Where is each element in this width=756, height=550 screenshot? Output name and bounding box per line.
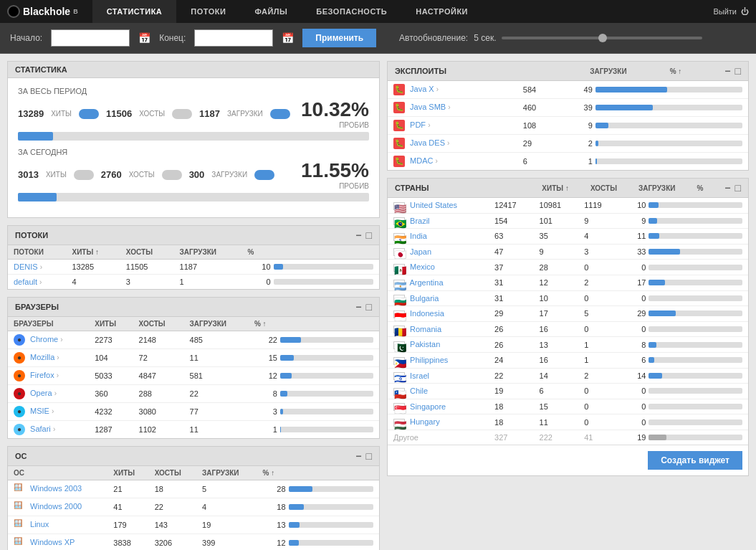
nav-item-security[interactable]: БЕЗОПАСНОСТЬ [302, 0, 401, 23]
country-name[interactable]: 🇧🇬 Bulgaria [388, 290, 489, 306]
exploit-name[interactable]: 🐛 PDF › [388, 117, 517, 135]
browser-row[interactable]: ● Firefox › 5033 4847 581 12 [8, 367, 379, 385]
exploits-minimize-icon[interactable]: − [724, 65, 730, 77]
end-calendar-icon[interactable]: 📅 [282, 32, 294, 44]
browser-name[interactable]: ● Chrome › [8, 331, 89, 349]
exploit-name[interactable]: 🐛 Java DES › [388, 135, 517, 153]
browsers-minimize-icon[interactable]: − [355, 301, 361, 313]
start-calendar-icon[interactable]: 📅 [138, 32, 150, 44]
os-row[interactable]: 🪟 Windows 2000 41 22 4 18 [8, 498, 379, 516]
exploit-row[interactable]: 🐛 Java SMB › 460 39 [388, 99, 748, 117]
os-expand-icon[interactable]: □ [366, 450, 372, 462]
period-downloads-toggle[interactable] [270, 109, 290, 119]
browsers-expand-icon[interactable]: □ [366, 301, 372, 313]
country-row[interactable]: 🇵🇭 Philippines 24 16 1 6 [388, 352, 748, 368]
country-downloads: 0 [578, 414, 617, 430]
country-row[interactable]: 🇭🇺 Hungary 18 11 0 0 [388, 414, 748, 430]
country-row[interactable]: 🇧🇷 Brazil 154 101 9 9 [388, 213, 748, 229]
country-row[interactable]: 🇯🇵 Japan 47 9 3 33 [388, 244, 748, 260]
country-name[interactable]: 🇸🇬 Singapore [388, 399, 489, 414]
country-name[interactable]: 🇧🇷 Brazil [388, 213, 489, 229]
exploits-expand-icon[interactable]: □ [735, 65, 741, 77]
streams-expand-icon[interactable]: □ [366, 229, 372, 241]
country-row[interactable]: 🇮🇳 India 63 35 4 11 [388, 229, 748, 245]
os-row[interactable]: 🪟 Linux 179 143 19 13 [8, 516, 379, 534]
country-row[interactable]: 🇵🇰 Pakistan 26 13 1 8 [388, 337, 748, 353]
browser-row[interactable]: ● Chrome › 2273 2148 485 22 [8, 331, 379, 349]
today-downloads-toggle[interactable] [254, 170, 274, 180]
country-row[interactable]: 🇦🇷 Argentina 31 12 2 17 [388, 275, 748, 290]
slider-thumb[interactable] [598, 34, 607, 42]
country-name[interactable]: 🇮🇩 Indonesia [388, 306, 489, 322]
stream-row[interactable]: DENIS › 13285 11505 1187 10 [8, 260, 379, 275]
os-row[interactable]: 🪟 Windows XP 3838 3206 399 12 [8, 534, 379, 551]
browser-row[interactable]: ● Opera › 360 288 22 8 [8, 385, 379, 403]
browser-name[interactable]: ● Safari › [8, 421, 89, 439]
country-pct: 10 [617, 198, 748, 213]
exploit-row[interactable]: 🐛 Java X › 584 49 [388, 81, 748, 99]
stream-row[interactable]: default › 4 3 1 0 [8, 275, 379, 290]
end-input[interactable] [194, 29, 273, 47]
browser-row[interactable]: ● Mozilla › 104 72 11 15 [8, 349, 379, 367]
os-row[interactable]: 🪟 Windows 2003 21 18 5 28 [8, 480, 379, 498]
country-row[interactable]: 🇺🇸 United States 12417 10981 1119 10 [388, 198, 748, 213]
start-input[interactable] [51, 29, 130, 47]
stream-name[interactable]: default › [8, 275, 67, 290]
create-widget-button[interactable]: Создать виджет [648, 451, 742, 470]
exploit-name[interactable]: 🐛 MDAC › [388, 153, 517, 171]
country-row[interactable]: 🇨🇱 Chile 19 6 0 0 [388, 384, 748, 399]
nav-item-files[interactable]: ФАЙЛЫ [240, 0, 302, 23]
browser-downloads: 11 [184, 349, 249, 367]
today-hits-toggle[interactable] [74, 170, 94, 180]
country-name[interactable]: 🇨🇱 Chile [388, 384, 489, 399]
country-name[interactable]: 🇵🇰 Pakistan [388, 337, 489, 353]
browser-name[interactable]: ● Firefox › [8, 367, 89, 385]
stream-name[interactable]: DENIS › [8, 260, 67, 275]
country-name[interactable]: 🇮🇱 Israel [388, 368, 489, 384]
browser-name[interactable]: ● Mozilla › [8, 349, 89, 367]
period-hosts-toggle[interactable] [172, 109, 192, 119]
country-name[interactable]: 🇭🇺 Hungary [388, 414, 489, 430]
country-name[interactable]: 🇦🇷 Argentina [388, 275, 489, 290]
country-row[interactable]: Другое 327 222 41 19 [388, 430, 748, 445]
apply-button[interactable]: Применить [302, 29, 376, 47]
country-row[interactable]: 🇮🇱 Israel 22 14 2 14 [388, 368, 748, 384]
os-name[interactable]: 🪟 Windows 2003 [8, 480, 107, 498]
period-downloads-label: ЗАГРУЗКИ [227, 110, 263, 118]
exploit-name[interactable]: 🐛 Java SMB › [388, 99, 517, 117]
country-row[interactable]: 🇲🇽 Mexico 37 28 0 0 [388, 260, 748, 275]
nav-item-streams[interactable]: ПОТОКИ [176, 0, 240, 23]
country-row[interactable]: 🇸🇬 Singapore 18 15 0 0 [388, 399, 748, 414]
autoupdate-slider[interactable] [502, 37, 702, 39]
exploit-row[interactable]: 🐛 Java DES › 29 2 [388, 135, 748, 153]
exploit-row[interactable]: 🐛 PDF › 108 9 [388, 117, 748, 135]
browser-name[interactable]: ● MSIE › [8, 403, 89, 421]
country-name[interactable]: 🇯🇵 Japan [388, 244, 489, 260]
nav-item-stats[interactable]: СТАТИСТИКА [92, 0, 177, 23]
country-row[interactable]: 🇷🇴 Romania 26 16 0 0 [388, 321, 748, 337]
country-name[interactable]: 🇵🇭 Philippines [388, 352, 489, 368]
streams-minimize-icon[interactable]: − [355, 229, 361, 241]
browser-row[interactable]: ● Safari › 1287 1102 11 1 [8, 421, 379, 439]
countries-expand-icon[interactable]: □ [735, 182, 741, 194]
countries-minimize-icon[interactable]: − [724, 182, 730, 194]
country-name[interactable]: 🇷🇴 Romania [388, 321, 489, 337]
browser-name[interactable]: ● Opera › [8, 385, 89, 403]
today-hosts-toggle[interactable] [162, 170, 182, 180]
exploit-name[interactable]: 🐛 Java X › [388, 81, 517, 99]
exploit-row[interactable]: 🐛 MDAC › 6 1 [388, 153, 748, 171]
os-name[interactable]: 🪟 Linux [8, 516, 107, 534]
country-name[interactable]: Другое [388, 430, 489, 445]
os-minimize-icon[interactable]: − [355, 450, 361, 462]
browser-row[interactable]: ● MSIE › 4232 3080 77 3 [8, 403, 379, 421]
logout-button[interactable]: Выйти ⏻ [713, 7, 749, 16]
country-name[interactable]: 🇺🇸 United States [388, 198, 489, 213]
country-row[interactable]: 🇮🇩 Indonesia 29 17 5 29 [388, 306, 748, 322]
period-hits-toggle[interactable] [79, 109, 99, 119]
nav-item-settings[interactable]: НАСТРОЙКИ [401, 0, 482, 23]
os-name[interactable]: 🪟 Windows XP [8, 534, 107, 551]
country-row[interactable]: 🇧🇬 Bulgaria 31 10 0 0 [388, 290, 748, 306]
country-name[interactable]: 🇲🇽 Mexico [388, 260, 489, 275]
country-name[interactable]: 🇮🇳 India [388, 229, 489, 245]
os-name[interactable]: 🪟 Windows 2000 [8, 498, 107, 516]
